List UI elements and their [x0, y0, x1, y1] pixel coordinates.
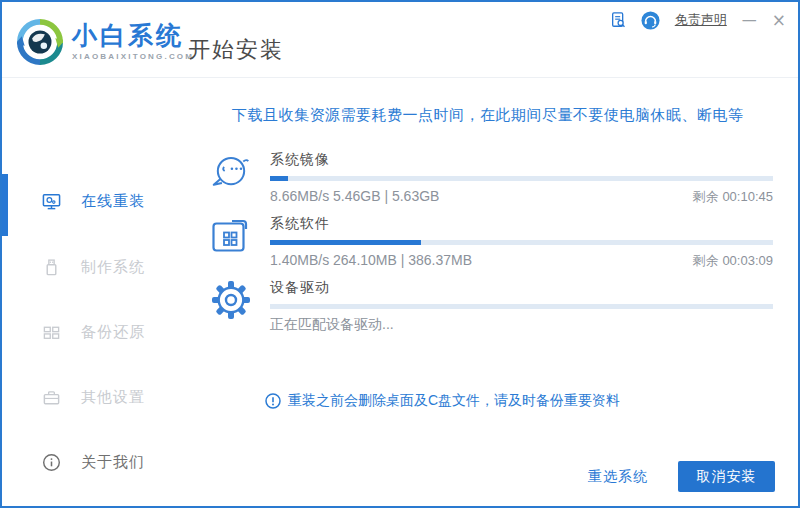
folder-apps-icon — [210, 215, 252, 257]
active-tab-indicator — [2, 174, 8, 236]
titlebar-controls: 免责声明 — × — [611, 9, 786, 31]
cancel-install-button[interactable]: 取消安装 — [678, 461, 775, 492]
task-time-remaining: 剩余 00:10:45 — [693, 188, 773, 206]
sidebar-item-about-us[interactable]: 关于我们 — [42, 450, 145, 474]
disclaimer-link[interactable]: 免责声明 — [675, 11, 727, 29]
minimize-button[interactable]: — — [742, 13, 757, 28]
task-row-system-image: 系统镜像 8.66MB/s 5.46GB | 5.63GB 剩余 00:10:4… — [210, 148, 773, 206]
brand-domain: XIAOBAIXITONG.COM — [72, 52, 194, 61]
task-download-stats: 8.66MB/s 5.46GB | 5.63GB — [270, 188, 439, 204]
app-logo: 小白系统 XIAOBAIXITONG.COM — [17, 19, 194, 65]
brand-text: 小白系统 XIAOBAIXITONG.COM — [72, 23, 194, 61]
sidebar-item-label: 在线重装 — [81, 192, 145, 211]
sidebar-item-label: 其他设置 — [81, 388, 145, 407]
progress-bar-system-software — [270, 240, 773, 245]
task-time-remaining: 剩余 00:03:09 — [693, 252, 773, 270]
warning-notice-text: 重装之前会删除桌面及C盘文件，请及时备份重要资料 — [288, 392, 620, 410]
brand-name: 小白系统 — [72, 23, 194, 48]
report-document-icon[interactable] — [611, 11, 626, 29]
close-button[interactable]: × — [772, 12, 786, 29]
monitor-icon — [42, 192, 61, 211]
task-row-device-driver: 设备驱动 正在匹配设备驱动... — [210, 276, 773, 334]
sidebar-item-make-system[interactable]: 制作系统 — [42, 255, 145, 279]
sidebar-item-other-settings[interactable]: 其他设置 — [42, 385, 145, 409]
progress-fill — [270, 176, 288, 181]
backup-grid-icon — [42, 323, 61, 342]
sidebar-item-backup-restore[interactable]: 备份还原 — [42, 320, 145, 344]
task-title: 系统镜像 — [270, 148, 773, 169]
task-download-stats: 1.40MB/s 264.10MB | 386.37MB — [270, 252, 472, 268]
reselect-system-button[interactable]: 重选系统 — [588, 468, 648, 486]
sidebar-item-label: 关于我们 — [81, 453, 145, 472]
exclamation-circle-icon — [265, 393, 281, 409]
footer-actions: 重选系统 取消安装 — [588, 461, 775, 492]
toolbox-icon — [42, 388, 61, 407]
progress-bar-system-image — [270, 176, 773, 181]
warning-notice: 重装之前会删除桌面及C盘文件，请及时备份重要资料 — [265, 392, 620, 410]
usb-icon — [42, 258, 61, 277]
sidebar-item-online-reinstall[interactable]: 在线重装 — [42, 189, 145, 213]
sidebar-item-label: 备份还原 — [81, 323, 145, 342]
progress-bar-device-driver — [270, 304, 773, 309]
task-title: 设备驱动 — [270, 276, 773, 297]
info-icon — [42, 453, 61, 472]
sidebar: 在线重装 制作系统 备份还原 — [2, 79, 202, 506]
install-headline: 下载且收集资源需要耗费一点时间，在此期间尽量不要使电脑休眠、断电等 — [232, 106, 777, 125]
task-row-system-software: 系统软件 1.40MB/s 264.10MB | 386.37MB 剩余 00:… — [210, 212, 773, 270]
customer-support-headset-icon[interactable] — [641, 11, 660, 30]
brand-sphere-icon — [17, 19, 63, 65]
task-status-text: 正在匹配设备驱动... — [270, 316, 394, 334]
page-title: 开始安装 — [188, 35, 284, 65]
header-bar: 小白系统 XIAOBAIXITONG.COM 开始安装 — [2, 2, 798, 78]
app-window: 小白系统 XIAOBAIXITONG.COM 开始安装 — [0, 0, 800, 508]
progress-fill — [270, 240, 421, 245]
gear-icon — [210, 279, 252, 321]
chat-face-icon — [210, 151, 252, 193]
sidebar-item-label: 制作系统 — [81, 258, 145, 277]
task-title: 系统软件 — [270, 212, 773, 233]
